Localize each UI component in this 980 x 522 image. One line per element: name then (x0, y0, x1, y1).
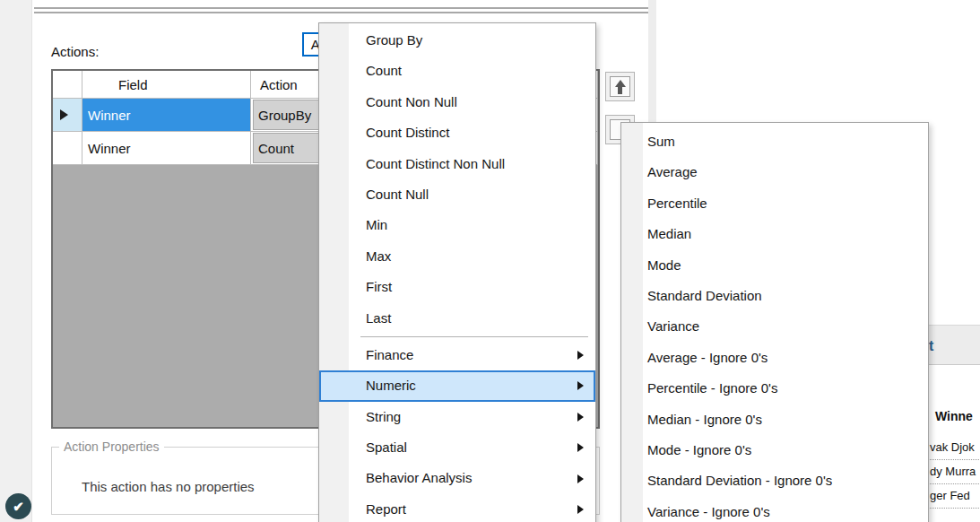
up-arrow-icon (610, 76, 630, 97)
top-divider-line (34, 12, 648, 13)
field-cell[interactable]: Winner (82, 99, 251, 132)
menu-item-average-ignore-0s[interactable]: Average - Ignore 0's (621, 343, 928, 373)
top-divider-line (34, 7, 648, 9)
menu-item-count[interactable]: Count (319, 56, 595, 86)
field-cell[interactable]: Winner (82, 132, 251, 165)
menu-item-numeric[interactable]: Numeric (319, 370, 595, 401)
submenu-arrow-icon (577, 474, 584, 483)
menu-item-variance-ignore-0s[interactable]: Variance - Ignore 0's (621, 497, 928, 522)
menu-item-max[interactable]: Max (319, 241, 595, 272)
menu-item-min[interactable]: Min (319, 210, 595, 240)
results-row-fragment[interactable]: ger Fed (930, 485, 980, 509)
results-row-fragment[interactable]: dy Murra (930, 461, 980, 484)
menu-item-median[interactable]: Median (621, 219, 928, 249)
menu-item-last[interactable]: Last (319, 303, 595, 334)
row-selector-cell[interactable] (53, 99, 82, 132)
menu-separator (360, 334, 588, 340)
menu-item-count-null[interactable]: Count Null (319, 179, 595, 210)
menu-item-standard-deviation[interactable]: Standard Deviation (621, 281, 928, 311)
menu-item-group-by[interactable]: Group By (319, 25, 595, 56)
menu-item-finance[interactable]: Finance (319, 340, 595, 370)
menu-item-count-non-null[interactable]: Count Non Null (319, 87, 595, 117)
action-properties-legend: Action Properties (59, 439, 164, 454)
menu-item-mode[interactable]: Mode (621, 250, 928, 281)
action-properties-message: This action has no properties (82, 479, 255, 494)
results-column-header-winner[interactable]: Winne (935, 409, 973, 423)
menu-item-count-distinct[interactable]: Count Distinct (319, 117, 595, 148)
menu-item-variance[interactable]: Variance (621, 311, 928, 342)
menu-item-first[interactable]: First (319, 272, 595, 302)
aggregation-context-menu: Group ByCountCount Non NullCount Distinc… (318, 22, 596, 522)
submenu-arrow-icon (577, 351, 584, 360)
numeric-submenu: SumAveragePercentileMedianModeStandard D… (620, 122, 929, 522)
menu-item-report[interactable]: Report (319, 494, 595, 522)
move-up-button[interactable] (605, 72, 635, 101)
menu-item-mode-ignore-0s[interactable]: Mode - Ignore 0's (621, 435, 928, 465)
menu-item-percentile-ignore-0s[interactable]: Percentile - Ignore 0's (621, 373, 928, 404)
submenu-arrow-icon (577, 505, 584, 514)
actions-label: Actions: (51, 44, 99, 59)
workflow-valid-check-icon: ✔ (5, 493, 31, 519)
submenu-arrow-icon (577, 443, 584, 452)
results-section-label-fragment: t (929, 326, 933, 366)
menu-item-standard-deviation-ignore-0s[interactable]: Standard Deviation - Ignore 0's (621, 465, 928, 496)
menu-item-average[interactable]: Average (621, 157, 928, 187)
grid-header-selector (53, 71, 82, 99)
menu-item-count-distinct-non-null[interactable]: Count Distinct Non Null (319, 149, 595, 179)
row-selector-cell[interactable] (53, 132, 82, 165)
submenu-arrow-icon (577, 413, 584, 422)
results-row-fragment[interactable]: vak Djok (930, 437, 980, 460)
menu-item-median-ignore-0s[interactable]: Median - Ignore 0's (621, 405, 928, 435)
menu-item-spatial[interactable]: Spatial (319, 432, 595, 463)
menu-item-percentile[interactable]: Percentile (621, 188, 928, 219)
menu-item-string[interactable]: String (319, 402, 595, 432)
menu-item-sum[interactable]: Sum (621, 126, 928, 157)
menu-item-behavior-analysis[interactable]: Behavior Analysis (319, 463, 595, 493)
current-row-marker-icon (60, 109, 68, 120)
left-rail: ✔ (0, 0, 32, 522)
submenu-arrow-icon (577, 381, 584, 390)
grid-header-field[interactable]: Field (82, 71, 251, 99)
